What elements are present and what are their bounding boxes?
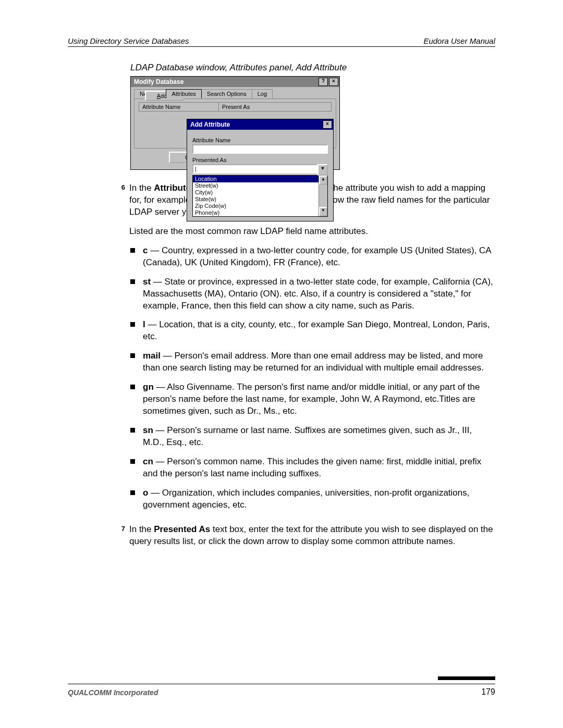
modify-database-dialog: Modify Database ? × Network Attributes S… xyxy=(130,76,340,170)
attr-gn: gn — Also Givenname. The person's first … xyxy=(129,381,495,417)
page-footer: QUALCOMM Incorporated 179 xyxy=(68,684,495,697)
presented-as-dropdown[interactable]: Location Street(w) City(w) State(w) Zip … xyxy=(192,175,328,217)
intro-paragraph: Listed are the most common raw LDAP fiel… xyxy=(129,226,495,238)
footer-company: QUALCOMM Incorporated xyxy=(68,688,158,697)
option-location[interactable]: Location xyxy=(193,176,319,182)
footer-decoration xyxy=(438,676,495,680)
step-7-text: In the Presented As text box, enter the … xyxy=(129,524,495,548)
scroll-down-icon[interactable]: ▼ xyxy=(319,207,327,216)
step-7-number: 7 xyxy=(116,524,125,548)
col-present-as[interactable]: Present As xyxy=(219,103,331,111)
attribute-name-input[interactable] xyxy=(192,144,328,154)
step-6-number: 6 xyxy=(116,182,125,218)
add-attribute-titlebar[interactable]: Add Attribute × xyxy=(187,119,333,130)
page: Using Directory Service Databases Eudora… xyxy=(0,0,563,728)
attr-l: l — Location, that is a city, county, et… xyxy=(129,319,495,343)
attr-mail: mail — Person's email address. More than… xyxy=(129,350,495,374)
presented-as-input[interactable]: | xyxy=(192,164,317,174)
scroll-up-icon[interactable]: ▲ xyxy=(319,176,327,185)
option-zip[interactable]: Zip Code(w) xyxy=(193,203,319,209)
attributes-panel: Attribute Name Present As Add... Add Att… xyxy=(134,98,336,149)
step-7: 7 In the Presented As text box, enter th… xyxy=(68,524,495,548)
attr-st: st — State or province, expressed in a t… xyxy=(129,276,495,312)
dialog-titlebar[interactable]: Modify Database ? × xyxy=(131,77,339,87)
header-right: Eudora User Manual xyxy=(423,36,495,45)
option-city[interactable]: City(w) xyxy=(193,189,319,196)
chevron-down-icon[interactable]: ▼ xyxy=(317,164,328,176)
option-phone[interactable]: Phone(w) xyxy=(193,209,319,216)
attr-cn: cn — Person's common name. This includes… xyxy=(129,456,495,480)
close-icon[interactable]: × xyxy=(323,120,332,129)
col-attribute-name[interactable]: Attribute Name xyxy=(139,103,219,111)
option-state[interactable]: State(w) xyxy=(193,196,319,203)
dialog-title: Modify Database xyxy=(134,78,183,85)
tab-search-options[interactable]: Search Options xyxy=(201,89,252,98)
header-left: Using Directory Service Databases xyxy=(68,36,189,45)
attr-o: o — Organization, which includes compani… xyxy=(129,487,495,511)
tab-log[interactable]: Log xyxy=(252,89,273,98)
close-icon[interactable]: × xyxy=(329,78,338,86)
help-icon[interactable]: ? xyxy=(319,78,328,86)
presented-as-label: Presented As xyxy=(192,157,328,163)
add-attribute-dialog: Add Attribute × Attribute Name Presented… xyxy=(187,119,334,221)
attribute-list-header: Attribute Name Present As xyxy=(139,102,332,112)
attribute-list: c — Country, expressed in a two-letter c… xyxy=(129,245,495,511)
dropdown-scrollbar[interactable]: ▲ ▼ xyxy=(319,176,327,216)
attr-sn: sn — Person's surname or last name. Suff… xyxy=(129,425,495,449)
tab-attributes[interactable]: Attributes xyxy=(166,89,201,98)
attribute-name-label: Attribute Name xyxy=(192,137,328,143)
page-number: 179 xyxy=(481,687,495,697)
option-street[interactable]: Street(w) xyxy=(193,182,319,189)
attr-c: c — Country, expressed in a two-letter c… xyxy=(129,245,495,269)
page-header: Using Directory Service Databases Eudora… xyxy=(68,36,495,47)
figure-caption: LDAP Database window, Attributes panel, … xyxy=(130,63,495,73)
add-attribute-title: Add Attribute xyxy=(190,121,230,128)
